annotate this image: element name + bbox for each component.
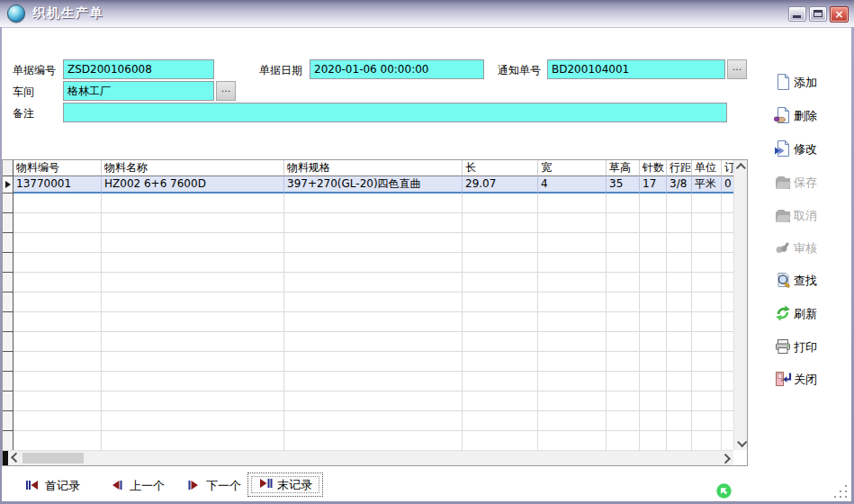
app-globe-icon[interactable] [7,4,25,22]
column-header-5[interactable]: 草高 [607,160,640,176]
row-indicator [3,332,13,352]
materials-grid: 物料编号物料名称物料规格长宽草高针数行距单位订 13770001HZ002 6+… [2,159,748,466]
column-header-8[interactable]: 单位 [692,160,722,176]
table-cell-empty [722,372,733,392]
table-cell-empty [640,372,667,392]
row-indicator [3,273,13,292]
row-indicator [3,312,13,332]
table-cell-empty [607,431,640,450]
scroll-down-button[interactable] [734,436,748,449]
table-row-empty [3,372,733,392]
table-cell-empty [538,292,607,312]
sidebar-button-刷新[interactable]: 刷新 [774,304,841,324]
table-cell-empty [692,431,722,450]
grid-header: 物料编号物料名称物料规格长宽草高针数行距单位订 [3,160,733,176]
table-cell-empty [538,312,607,332]
green-arrow-icon[interactable] [716,483,732,499]
table-cell-empty [463,411,538,431]
resize-grip[interactable] [834,485,847,498]
sidebar-button-删除[interactable]: 删除 [774,106,841,126]
table-cell-empty [722,312,733,332]
doc-no-label: 单据编号 [13,63,56,78]
chevron-down-icon [737,436,747,446]
horizontal-scroll-thumb[interactable] [22,453,84,464]
sidebar-button-label: 修改 [794,141,817,158]
column-header-7[interactable]: 行距 [667,160,692,176]
column-header-6[interactable]: 针数 [640,160,667,176]
table-row-empty [3,312,733,332]
column-header-0[interactable]: 物料编号 [13,160,102,176]
nav-下一个[interactable]: 下一个 [186,476,241,496]
table-row-selected[interactable]: 13770001HZ002 6+6 7600D397+270(GL-20)四色直… [3,176,733,194]
nav-上一个[interactable]: 上一个 [110,476,165,496]
notice-no-input[interactable] [547,59,725,79]
table-cell-empty [463,292,538,312]
scroll-right-button[interactable] [719,451,733,465]
table-cell-empty [284,411,463,431]
scroll-left-button[interactable] [8,451,22,465]
sidebar-button-修改[interactable]: 修改 [774,140,841,159]
table-cell-empty [667,372,692,392]
table-cell-empty [463,253,538,273]
nav-label: 首记录 [45,478,80,494]
table-cell-empty [538,352,607,372]
workshop-input[interactable] [63,81,214,101]
table-cell-empty [667,273,692,292]
sidebar-button-关闭[interactable]: 关闭 [774,370,841,390]
table-cell-empty [692,233,722,253]
row-indicator [3,372,13,392]
refresh-icon [774,304,792,325]
remark-input[interactable] [63,103,727,122]
table-cell-empty [667,392,692,411]
table-cell-empty [102,431,284,450]
column-header-9[interactable]: 订 [722,160,733,176]
horizontal-scrollbar[interactable] [3,450,733,465]
table-cell-empty [640,213,667,233]
notice-no-browse-button[interactable]: ... [727,59,747,79]
titlebar[interactable]: 织机生产单 × [0,0,854,27]
table-cell-empty [607,233,640,253]
print-icon [774,338,792,358]
column-header-2[interactable]: 物料规格 [284,160,463,176]
nav-首记录[interactable]: 首记录 [25,476,80,496]
table-cell-empty [102,233,284,253]
doc-date-input[interactable] [310,59,484,79]
row-indicator [3,392,13,411]
first-record-icon [25,479,40,494]
doc-no-input[interactable] [63,59,214,79]
sidebar-button-label: 保存 [794,175,817,191]
table-cell-empty [692,352,722,372]
minimize-button[interactable] [788,6,806,22]
table-cell-empty [667,194,692,213]
nav-末记录[interactable]: 末记录 [247,472,323,497]
table-cell-empty [722,273,733,292]
close-button[interactable]: × [830,6,849,22]
sidebar-button-添加[interactable]: 添加 [774,73,841,93]
sidebar-button-打印[interactable]: 打印 [774,338,841,357]
window-title: 织机生产单 [32,5,104,22]
close-icon: × [834,8,843,21]
column-header-4[interactable]: 宽 [538,160,607,176]
table-cell-empty [640,233,667,253]
table-cell-empty [692,332,722,352]
workshop-browse-button[interactable]: ... [216,81,236,101]
table-row-empty [3,292,733,312]
table-cell-empty [722,411,733,431]
vertical-scrollbar[interactable] [733,160,747,450]
table-cell-empty [13,194,102,213]
sidebar-button-审核: 审核 [774,238,841,258]
table-cell-empty [13,411,102,431]
column-header-3[interactable]: 长 [463,160,538,176]
scroll-up-button[interactable] [734,160,748,174]
maximize-button[interactable] [809,6,827,22]
table-cell-empty [284,312,463,332]
table-cell-empty [284,194,463,213]
table-cell-empty [102,194,284,213]
workshop-label: 车间 [13,85,34,100]
table-cell-empty [667,233,692,253]
column-header-1[interactable]: 物料名称 [102,160,284,176]
row-indicator [3,352,13,372]
sidebar-button-label: 刷新 [794,306,817,322]
table-cell: 4 [538,176,607,194]
sidebar-button-查找[interactable]: 查找 [774,271,841,291]
